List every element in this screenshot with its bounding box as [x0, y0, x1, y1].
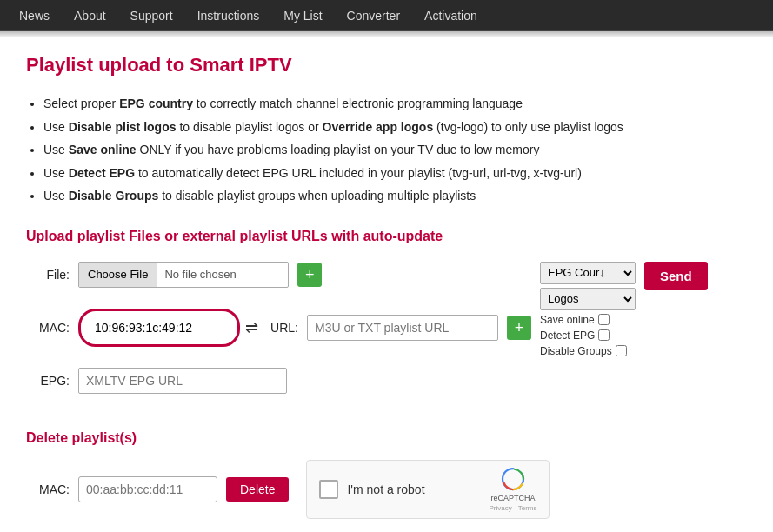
instruction-3: Use Save online ONLY if you have problem… [43, 138, 747, 162]
epg-label: EPG: [26, 374, 70, 388]
recaptcha-logo: reCAPTCHA Privacy - Terms [490, 466, 537, 512]
recaptcha-label: I'm not a robot [347, 482, 480, 496]
file-add-button[interactable]: + [297, 263, 322, 287]
section-title: Upload playlist Files or external playli… [26, 229, 747, 244]
mac-label: MAC: [26, 321, 70, 335]
file-row: File: Choose File No file chosen + [26, 262, 531, 288]
recaptcha-checkbox[interactable] [319, 480, 338, 499]
recaptcha-icon [500, 466, 526, 492]
delete-button[interactable]: Delete [226, 477, 289, 502]
url-input[interactable] [307, 315, 498, 341]
nav-news[interactable]: News [7, 2, 62, 30]
nav-activation[interactable]: Activation [412, 2, 490, 30]
detect-epg-row: Detect EPG [540, 329, 636, 342]
swap-icon[interactable]: ⇌ [245, 318, 258, 337]
choose-file-button[interactable]: Choose File [79, 262, 157, 288]
instruction-1: Select proper EPG country to correctly m… [43, 92, 747, 116]
page-title: Playlist upload to Smart IPTV [26, 54, 747, 76]
file-input-wrapper: Choose File No file chosen [78, 262, 289, 288]
recaptcha-terms: Privacy - Terms [490, 504, 537, 512]
main-content: Playlist upload to Smart IPTV Select pro… [0, 37, 773, 532]
delete-mac-row: MAC: Delete [26, 476, 289, 502]
nav-instructions[interactable]: Instructions [185, 2, 272, 30]
instruction-2: Use Disable plist logos to disable playl… [43, 116, 747, 139]
detect-epg-checkbox[interactable] [598, 329, 610, 341]
nav-converter[interactable]: Converter [335, 2, 412, 30]
navigation: News About Support Instructions My List … [0, 0, 773, 31]
upload-send-area: EPG Cour↓ Logos Override app logos Disab… [540, 262, 708, 357]
checkboxes-area: Save online Detect EPG Disable Groups [540, 314, 636, 357]
delete-mac-input[interactable] [78, 476, 217, 502]
upload-row: File: Choose File No file chosen + MAC: … [26, 262, 747, 404]
nav-support[interactable]: Support [118, 2, 185, 30]
disable-groups-row: Disable Groups [540, 345, 636, 357]
logos-select[interactable]: Logos Override app logos Disable plist l… [540, 288, 636, 310]
mac-input-wrapper [78, 309, 240, 347]
epg-row: EPG: [26, 368, 531, 394]
save-online-row: Save online [540, 314, 636, 326]
selects-area: EPG Cour↓ Logos Override app logos Disab… [540, 262, 636, 357]
instruction-5: Use Disable Groups to disable playlist g… [43, 184, 747, 208]
disable-groups-checkbox[interactable] [616, 345, 627, 356]
nav-mylist[interactable]: My List [271, 2, 334, 30]
instructions-list: Select proper EPG country to correctly m… [26, 92, 747, 208]
recaptcha-widget: I'm not a robot reCAPTCHA Privacy - Term… [306, 460, 550, 519]
save-online-label: Save online [540, 314, 595, 326]
send-button[interactable]: Send [644, 262, 708, 290]
epg-input[interactable] [78, 368, 287, 394]
delete-title: Delete playlist(s) [26, 430, 747, 446]
recaptcha-brand: reCAPTCHA [490, 494, 535, 502]
detect-epg-label: Detect EPG [540, 329, 595, 342]
delete-row: MAC: Delete I'm not a robot reCAPTCHA Pr… [26, 460, 747, 519]
file-label: File: [26, 268, 70, 282]
url-label: URL: [263, 321, 298, 335]
epg-country-select[interactable]: EPG Cour↓ [540, 262, 636, 284]
file-name-display: No file chosen [157, 268, 288, 281]
save-online-checkbox[interactable] [598, 314, 610, 325]
delete-mac-label: MAC: [26, 482, 70, 496]
mac-input[interactable] [90, 315, 229, 341]
upload-left: File: Choose File No file chosen + MAC: … [26, 262, 531, 404]
disable-groups-label: Disable Groups [540, 345, 612, 357]
instruction-4: Use Detect EPG to automatically detect E… [43, 162, 747, 185]
delete-section: Delete playlist(s) MAC: Delete I'm not a… [26, 430, 747, 519]
url-add-button[interactable]: + [507, 316, 531, 340]
nav-about[interactable]: About [62, 2, 118, 30]
mac-url-row: MAC: ⇌ URL: + [26, 309, 531, 347]
upload-section: File: Choose File No file chosen + MAC: … [26, 262, 747, 404]
